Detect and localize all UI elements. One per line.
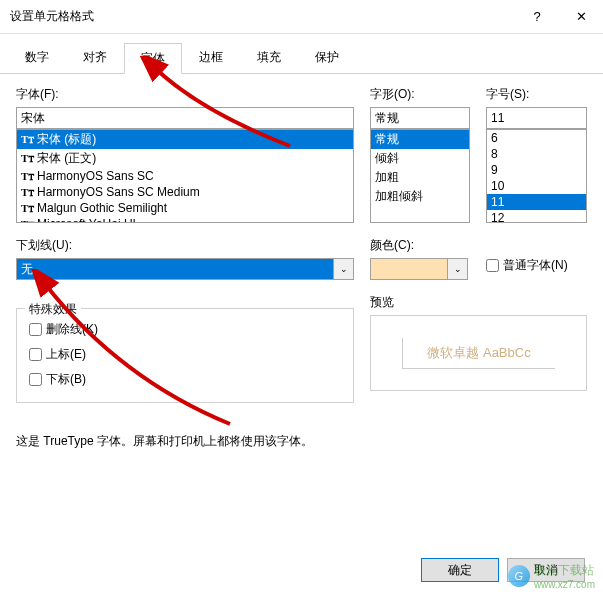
list-item[interactable]: 11 — [487, 194, 586, 210]
list-item[interactable]: TᴛHarmonyOS Sans SC Medium — [17, 184, 353, 200]
style-input[interactable] — [370, 107, 470, 129]
title-bar: 设置单元格格式 ? ✕ — [0, 0, 603, 34]
list-item[interactable]: 常规 — [371, 130, 469, 149]
list-item[interactable]: 12 — [487, 210, 586, 223]
list-item[interactable]: Tᴛ宋体 (正文) — [17, 149, 353, 168]
list-item[interactable]: 加粗 — [371, 168, 469, 187]
style-label: 字形(O): — [370, 86, 470, 103]
list-item[interactable]: TᴛHarmonyOS Sans SC — [17, 168, 353, 184]
color-dropdown[interactable]: ⌄ — [370, 258, 470, 280]
list-item[interactable]: Tᴛ宋体 (标题) — [17, 130, 353, 149]
preview-label: 预览 — [370, 294, 587, 311]
size-listbox[interactable]: 689101112 — [486, 129, 587, 223]
effects-fieldset: 特殊效果 删除线(K) 上标(E) 下标(B) — [16, 308, 354, 403]
size-input[interactable] — [486, 107, 587, 129]
list-item[interactable]: 倾斜 — [371, 149, 469, 168]
truetype-note: 这是 TrueType 字体。屏幕和打印机上都将使用该字体。 — [16, 433, 587, 450]
watermark: G 极光下载站 www.xz7.com — [508, 562, 595, 590]
preview-sample: 微软卓越 AaBbCc — [402, 338, 554, 369]
watermark-url: www.xz7.com — [534, 579, 595, 590]
truetype-icon: Tᴛ — [21, 202, 35, 215]
color-swatch — [370, 258, 448, 280]
truetype-icon: Tᴛ — [21, 186, 35, 199]
normal-font-checkbox[interactable]: 普通字体(N) — [486, 253, 568, 278]
size-label: 字号(S): — [486, 86, 587, 103]
tab-数字[interactable]: 数字 — [8, 42, 66, 73]
font-input[interactable] — [16, 107, 354, 129]
color-label: 颜色(C): — [370, 237, 470, 254]
underline-dropdown[interactable]: 无 ⌄ — [16, 258, 354, 280]
underline-value: 无 — [16, 258, 334, 280]
preview-box: 微软卓越 AaBbCc — [370, 315, 587, 391]
font-listbox[interactable]: Tᴛ宋体 (标题)Tᴛ宋体 (正文)TᴛHarmonyOS Sans SCTᴛH… — [16, 129, 354, 223]
truetype-icon: Tᴛ — [21, 218, 35, 224]
tab-对齐[interactable]: 对齐 — [66, 42, 124, 73]
list-item[interactable]: 10 — [487, 178, 586, 194]
close-button[interactable]: ✕ — [559, 2, 603, 32]
tab-保护[interactable]: 保护 — [298, 42, 356, 73]
tab-填充[interactable]: 填充 — [240, 42, 298, 73]
window-title: 设置单元格格式 — [10, 8, 515, 25]
window-buttons: ? ✕ — [515, 2, 603, 32]
list-item[interactable]: 加粗倾斜 — [371, 187, 469, 206]
truetype-icon: Tᴛ — [21, 133, 35, 146]
superscript-checkbox[interactable]: 上标(E) — [29, 342, 341, 367]
font-label: 字体(F): — [16, 86, 354, 103]
ok-button[interactable]: 确定 — [421, 558, 499, 582]
help-button[interactable]: ? — [515, 2, 559, 32]
list-item[interactable]: 8 — [487, 146, 586, 162]
list-item[interactable]: 6 — [487, 130, 586, 146]
effects-legend: 特殊效果 — [25, 301, 81, 318]
chevron-down-icon[interactable]: ⌄ — [448, 258, 468, 280]
list-item[interactable]: TᴛMicrosoft YaHei UI — [17, 216, 353, 223]
strikethrough-checkbox[interactable]: 删除线(K) — [29, 317, 341, 342]
tab-字体[interactable]: 字体 — [124, 43, 182, 74]
watermark-icon: G — [508, 565, 530, 587]
tab-边框[interactable]: 边框 — [182, 42, 240, 73]
list-item[interactable]: 9 — [487, 162, 586, 178]
underline-label: 下划线(U): — [16, 237, 354, 254]
subscript-checkbox[interactable]: 下标(B) — [29, 367, 341, 392]
watermark-text: 极光下载站 — [534, 562, 595, 579]
truetype-icon: Tᴛ — [21, 152, 35, 165]
truetype-icon: Tᴛ — [21, 170, 35, 183]
tab-bar: 数字对齐字体边框填充保护 — [0, 34, 603, 74]
chevron-down-icon[interactable]: ⌄ — [334, 258, 354, 280]
list-item[interactable]: TᴛMalgun Gothic Semilight — [17, 200, 353, 216]
style-listbox[interactable]: 常规倾斜加粗加粗倾斜 — [370, 129, 470, 223]
